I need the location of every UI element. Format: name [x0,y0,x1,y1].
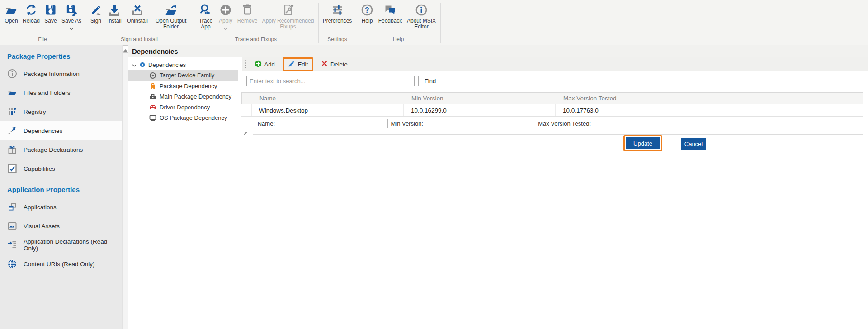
open-button[interactable]: Open [2,1,20,24]
help-icon: ? [361,2,373,17]
sidebar-item-label: Files and Folders [24,89,71,96]
sidebar-item-label: Package Declarations [24,146,83,153]
open-label: Open [5,18,18,24]
ribbon-group-file: Open Reload Save [0,0,85,45]
apply-button[interactable]: Apply [217,1,235,32]
apply-recommended-fixups-button[interactable]: Apply Recommended Fixups [260,1,316,30]
table-cell-min-version: 10.0.16299.0 [404,104,556,116]
about-msix-editor-button[interactable]: About MSIX Editor [405,1,438,30]
reload-button[interactable]: Reload [21,1,41,24]
reload-label: Reload [23,18,40,24]
tree-item-label: Driver Dependency [160,104,210,111]
ribbon-group-trace-fixups: Trace App Apply Remove [193,0,318,45]
feedback-button[interactable]: Feedback [377,1,404,24]
delete-button[interactable]: Delete [317,59,352,70]
tree-item-target-device-family[interactable]: Target Device Family [128,70,238,81]
preferences-button[interactable]: Preferences [321,1,354,24]
name-field[interactable] [277,119,388,128]
help-button[interactable]: ? Help [359,1,376,24]
trace-app-button[interactable]: Trace App [196,1,216,30]
sidebar-item-package-declarations[interactable]: Package Declarations [0,140,122,159]
toolbar-drag-handle[interactable] [245,60,246,68]
image-icon [7,221,17,231]
sidebar-item-dependencies[interactable]: Dependencies [0,121,122,140]
delete-x-icon [321,60,328,68]
sidebar-item-content-uris[interactable]: Content URIs (Read Only) [0,254,122,273]
tree-item-label: Main Package Dependency [160,93,231,100]
help-label: Help [362,18,373,24]
sign-button[interactable]: Sign [88,1,104,24]
install-arrow-icon [108,2,121,17]
tree-item-os-package-dependency[interactable]: OS Package Dependency [128,113,238,123]
edit-button[interactable]: Edit [284,59,312,70]
ribbon-group-help: ? Help Feedback About MSIX Editor [356,0,440,45]
uninstall-button[interactable]: Uninstall [125,1,150,24]
ribbon: Open Reload Save [0,0,868,45]
remove-button[interactable]: Remove [236,1,259,24]
table-header-min-version[interactable]: Min Version [404,93,556,104]
feedback-icon [384,2,396,17]
sidebar-item-application-declarations[interactable]: Application Declarations (Read Only) [0,235,122,254]
table-header-name[interactable]: Name [252,93,404,104]
tree-item-main-package-dependency[interactable]: Main Package Dependency [128,91,238,102]
sidebar-scrollbar[interactable] [122,45,128,329]
tree-root-label: Dependencies [148,61,186,68]
form-separator [253,134,863,135]
apply-recommended-fixups-label: Apply Recommended Fixups [261,18,315,30]
trace-app-label: Trace App [197,18,215,30]
save-as-label: Save As [61,18,81,24]
search-input[interactable] [246,76,415,86]
sidebar-item-registry[interactable]: Registry [0,102,122,121]
tree-expander-chevron-icon[interactable] [132,61,137,68]
msix-editor-window: Open Reload Save [0,0,868,329]
table-row[interactable]: Windows.Desktop 10.0.16299.0 10.0.17763.… [241,104,863,117]
table-row-indicator [241,104,252,116]
ribbon-group-label-trace-fixups: Trace and Fixups [196,35,316,44]
tree-item-driver-dependency[interactable]: Driver Dependency [128,102,238,113]
checkbox-check-icon [7,164,17,174]
tree-item-package-dependency[interactable]: Package Dependency [128,81,238,92]
sidebar-item-package-information[interactable]: Package Information [0,64,122,83]
ribbon-group-settings: Preferences Settings [319,0,356,45]
cancel-button[interactable]: Cancel [681,138,706,150]
sidebar-item-label: Package Information [24,70,80,77]
scroll-up-button[interactable] [123,45,128,53]
sidebar-heading-application-properties: Application Properties [0,180,122,197]
edit-pencil-icon [288,60,295,69]
sidebar-item-applications[interactable]: Applications [0,197,122,216]
add-button[interactable]: Add [250,59,279,70]
max-version-tested-field[interactable] [593,119,705,128]
table-header-max-version-tested[interactable]: Max Version Tested [556,93,863,104]
ribbon-group-label-file: File [2,35,83,44]
gear-icon [139,61,146,68]
ribbon-group-label-sign-install: Sign and Install [88,35,191,44]
package-bag-icon [149,82,156,89]
svg-text:?: ? [365,6,369,14]
sidebar-item-files-and-folders[interactable]: Files and Folders [0,83,122,102]
sidebar-item-label: Applications [24,204,57,211]
reload-icon [25,2,38,17]
sidebar-item-label: Capabilities [24,165,55,172]
min-version-field[interactable] [425,119,536,128]
sidebar-item-capabilities[interactable]: Capabilities [0,159,122,178]
edit-label: Edit [298,61,308,68]
save-label: Save [44,18,57,24]
save-button[interactable]: Save [42,1,59,24]
about-info-icon [415,2,428,17]
sidebar-item-visual-assets[interactable]: Visual Assets [0,216,122,235]
ribbon-group-label-help: Help [359,35,438,44]
scroll-up-arrow-icon [123,45,127,53]
dependencies-table: Name Min Version Max Version Tested Wind… [241,92,863,117]
detail-toolbar: Add Edit Delete [242,57,868,71]
open-output-folder-button[interactable]: Open Output Folder [151,1,191,30]
install-button[interactable]: Install [105,1,124,24]
ribbon-group-label-settings: Settings [321,35,354,44]
tree-root-dependencies[interactable]: Dependencies [128,59,238,70]
save-as-button[interactable]: Save As [60,1,83,32]
update-button[interactable]: Update [626,137,660,149]
folder-icon [7,88,17,98]
uninstall-label: Uninstall [127,18,148,24]
find-button[interactable]: Find [418,76,442,86]
add-label: Add [264,61,275,68]
gift-icon [7,145,17,155]
